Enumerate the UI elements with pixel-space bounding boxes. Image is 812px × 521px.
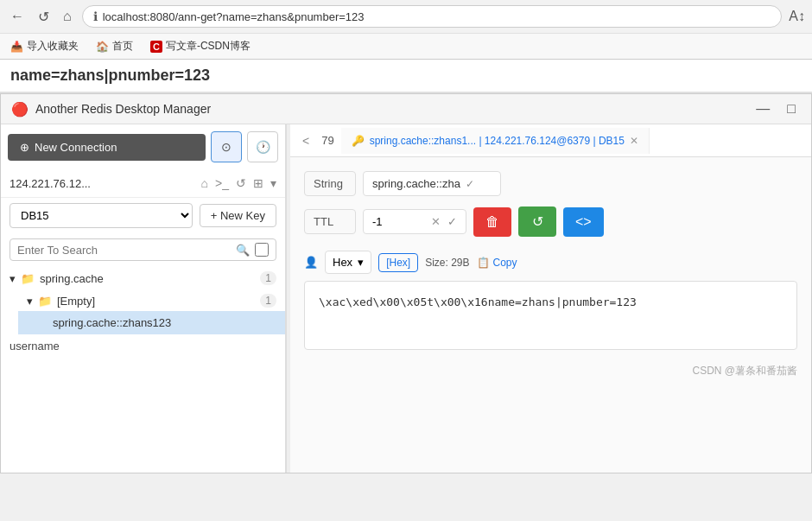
server-refresh-icon[interactable]: ↺ <box>236 176 246 190</box>
tab-bar: < 79 🔑 spring.cache::zhans1... | 124.221… <box>290 124 811 157</box>
refresh-button[interactable]: ↺ <box>35 7 53 27</box>
bookmark-home-label: 首页 <box>112 39 133 54</box>
key-item-zhans123[interactable]: spring.cache::zhans123 <box>18 311 285 334</box>
sidebar: ⊕ New Connection ⊙ 🕐 124.221.76.12... ⌂ … <box>1 124 286 473</box>
hex-badge[interactable]: [Hex] <box>378 253 418 272</box>
code-button[interactable]: <> <box>563 207 604 237</box>
value-toolbar: 👤 Hex ▾ [Hex] Size: 29B 📋 Copy <box>290 251 811 274</box>
csdn-icon: C <box>150 41 162 53</box>
maximize-button[interactable]: □ <box>782 99 801 118</box>
info-icon: ℹ <box>93 10 98 23</box>
history-icon-btn[interactable]: 🕐 <box>247 131 278 162</box>
key-group-spring-cache: ▾ 📁 spring.cache 1 ▾ 📁 [Empty] <box>1 266 285 334</box>
search-icon: 🔍 <box>236 244 250 257</box>
key-value-display[interactable]: spring.cache::zha ✓ <box>363 171 501 196</box>
size-badge: Size: 29B <box>425 257 469 269</box>
address-bar[interactable]: ℹ localhost:8080/ann-get?name=zhans&pnum… <box>82 5 783 28</box>
subgroup-label-empty: ▾ 📁 [Empty] <box>27 295 95 308</box>
type-key-row: String spring.cache::zha ✓ <box>304 171 797 196</box>
home-button[interactable]: ⌂ <box>60 7 75 26</box>
search-input[interactable] <box>17 244 231 257</box>
connection-dot-icon: ⊙ <box>221 140 232 154</box>
ttl-value-display: -1 ✕ ✓ <box>363 209 466 234</box>
home-bookmark-icon: 🏠 <box>96 41 109 53</box>
group-count-spring-cache: 1 <box>260 271 276 285</box>
key-value-chevron-icon: ✓ <box>466 178 474 190</box>
delete-button[interactable]: 🗑 <box>473 207 511 237</box>
refresh-icon: ↺ <box>532 213 543 230</box>
tab-close-icon[interactable]: ✕ <box>630 135 638 147</box>
copy-button[interactable]: 📋 Copy <box>477 257 517 269</box>
key-value-text: spring.cache::zha <box>372 177 460 190</box>
server-home-icon[interactable]: ⌂ <box>201 176 208 190</box>
server-chevron-icon[interactable]: ▾ <box>270 176 276 190</box>
chevron-down-icon: ▾ <box>10 272 16 285</box>
sidebar-toolbar: ⊕ New Connection ⊙ 🕐 <box>1 124 285 169</box>
bookmark-import-label: 导入收藏夹 <box>27 39 79 54</box>
server-terminal-icon[interactable]: >_ <box>215 176 229 190</box>
group-name-spring-cache: spring.cache <box>40 272 104 285</box>
watermark: CSDN @薯条和番茄酱 <box>290 357 811 385</box>
server-grid-icon[interactable]: ⊞ <box>253 176 263 190</box>
main-content: < 79 🔑 spring.cache::zhans1... | 124.221… <box>290 124 811 473</box>
key-list: ▾ 📁 spring.cache 1 ▾ 📁 [Empty] <box>1 266 285 473</box>
format-label: Hex <box>333 256 352 269</box>
browser-chrome: ← ↺ ⌂ ℹ localhost:8080/ann-get?name=zhan… <box>0 0 812 60</box>
bookmark-csdn[interactable]: C 写文章-CSDN博客 <box>147 37 254 55</box>
server-icons: ⌂ >_ ↺ ⊞ ▾ <box>201 176 276 190</box>
import-icon: 📥 <box>10 41 23 53</box>
format-chevron-icon: ▾ <box>358 256 364 269</box>
key-group-header-spring-cache[interactable]: ▾ 📁 spring.cache 1 <box>1 266 285 290</box>
tab-key-icon: 🔑 <box>352 135 365 147</box>
ttl-confirm-icon[interactable]: ✓ <box>447 215 457 228</box>
tab-page-num: 79 <box>314 134 340 147</box>
copy-icon: 📋 <box>477 257 490 269</box>
connection-icon-btn[interactable]: ⊙ <box>211 131 242 162</box>
subgroup-name-empty: [Empty] <box>57 295 95 308</box>
format-select[interactable]: Hex ▾ <box>325 251 371 274</box>
ttl-label: TTL <box>304 209 356 234</box>
key-group-label-spring-cache: ▾ 📁 spring.cache <box>10 272 104 285</box>
server-row: 124.221.76.12... ⌂ >_ ↺ ⊞ ▾ <box>1 169 285 198</box>
copy-label: Copy <box>493 257 517 269</box>
key-editor: String spring.cache::zha ✓ TTL -1 ✕ ✓ <box>290 157 811 251</box>
browser-toolbar: ← ↺ ⌂ ℹ localhost:8080/ann-get?name=zhan… <box>0 0 812 33</box>
key-subgroup-header-empty[interactable]: ▾ 📁 [Empty] 1 <box>18 290 285 311</box>
minimize-button[interactable]: — <box>751 99 775 118</box>
key-standalone-username[interactable]: username <box>1 334 285 358</box>
browser-bookmarks: 📥 导入收藏夹 🏠 首页 C 写文章-CSDN博客 <box>0 33 812 59</box>
app-titlebar: 🔴 Another Redis Desktop Manager — □ <box>1 94 811 124</box>
page-url-display: name=zhans|pnumber=123 <box>0 60 812 93</box>
server-name: 124.221.76.12... <box>10 177 91 190</box>
app-body: ⊕ New Connection ⊙ 🕐 124.221.76.12... ⌂ … <box>1 124 811 473</box>
ttl-clear-icon[interactable]: ✕ <box>431 215 441 228</box>
new-connection-label: New Connection <box>35 141 117 154</box>
app-controls: — □ <box>751 99 801 118</box>
delete-icon: 🗑 <box>485 214 499 230</box>
bookmark-import[interactable]: 📥 导入收藏夹 <box>7 37 82 55</box>
page-content: name=zhans|pnumber=123 <box>0 60 812 93</box>
tab-prev-button[interactable]: < <box>297 130 314 151</box>
type-label: String <box>304 171 356 196</box>
app-title: 🔴 Another Redis Desktop Manager <box>11 101 211 118</box>
reader-mode-icon: A↕ <box>789 9 805 24</box>
address-text: localhost:8080/ann-get?name=zhans&pnumbe… <box>103 10 365 23</box>
refresh-button[interactable]: ↺ <box>518 206 556 237</box>
bookmark-csdn-label: 写文章-CSDN博客 <box>166 39 251 54</box>
bookmark-home[interactable]: 🏠 首页 <box>92 37 136 55</box>
new-key-button[interactable]: + New Key <box>200 204 276 227</box>
db-select[interactable]: DB15 DB0 DB1 <box>10 203 193 228</box>
app-window: 🔴 Another Redis Desktop Manager — □ ⊕ Ne… <box>0 93 812 473</box>
key-subgroup-empty: ▾ 📁 [Empty] 1 spring.cache::zhans123 <box>1 290 285 334</box>
back-button[interactable]: ← <box>7 7 28 26</box>
subgroup-count-empty: 1 <box>260 294 276 308</box>
ttl-row: TTL -1 ✕ ✓ 🗑 ↺ <> <box>304 206 797 237</box>
value-person-icon: 👤 <box>304 256 318 269</box>
code-icon: <> <box>575 214 592 230</box>
value-display[interactable]: \xac\xed\x00\x05t\x00\x16name=zhans|pnum… <box>304 281 797 350</box>
clock-icon: 🕐 <box>256 140 270 154</box>
new-connection-button[interactable]: ⊕ New Connection <box>8 134 206 161</box>
tab-item-0[interactable]: 🔑 spring.cache::zhans1... | 124.221.76.1… <box>341 128 650 154</box>
search-checkbox[interactable] <box>255 243 269 257</box>
chevron-down-sub-icon: ▾ <box>27 295 33 308</box>
